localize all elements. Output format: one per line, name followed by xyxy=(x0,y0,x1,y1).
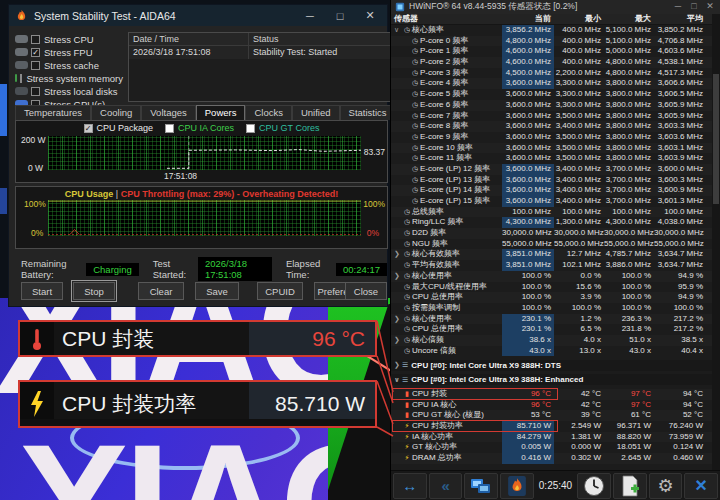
rewind-arrows-icon[interactable]: « xyxy=(429,473,463,499)
sensor-row[interactable]: ◷Ring/LLC 频率4,300.0 MHz1,300.0 MHz4,300.… xyxy=(391,217,712,228)
sensor-row[interactable]: ◷最大CPU/线程使用率100.0 %15.6 %100.0 %95.9 % xyxy=(391,282,712,293)
sensor-row[interactable]: ⚡IA 核心功率84.279 W1.381 W88.820 W73.959 W xyxy=(391,432,712,443)
sensor-row[interactable]: ▮CPU IA 核心96 °C42 °C97 °C94 °C xyxy=(391,400,712,411)
sensor-row[interactable]: ◷CPU 总使用率100.0 %3.9 %100.0 %94.9 % xyxy=(391,292,712,303)
checkbox[interactable] xyxy=(31,87,40,96)
sensor-name-cell: ◷E-core (LP) 14 频率 xyxy=(391,185,502,196)
checkbox[interactable] xyxy=(20,74,23,83)
sensor-row[interactable]: ◷NGU 频率55,000.0 MHz55,000.0 MHz55,000.0 … xyxy=(391,239,712,250)
tab-statistics[interactable]: Statistics xyxy=(340,105,396,120)
legend-cpu-package[interactable]: ✓CPU Package xyxy=(84,123,154,133)
sensor-row[interactable]: ◷E-core (LP) 13 频率3,600.0 MHz3,400.0 MHz… xyxy=(391,175,712,186)
swap-arrows-icon[interactable]: ↔ xyxy=(393,473,427,499)
sensor-row[interactable]: ❯◷核心使用率100.0 %0.0 %100.0 %94.9 % xyxy=(391,271,712,282)
report-add-icon[interactable] xyxy=(613,473,647,499)
sensor-row[interactable]: ◷D2D 频率30,000.0 MHz30,000.0 MHz30,000.0 … xyxy=(391,228,712,239)
sensor-max-value: 100.0 % xyxy=(604,271,654,282)
column-header-4[interactable]: 平均 xyxy=(654,14,706,24)
sensor-row[interactable]: ◷E-core 10 频率3,600.0 MHz3,500.0 MHz3,800… xyxy=(391,143,712,154)
scrollbar-thumb[interactable] xyxy=(713,74,719,204)
stress-option-stress-cpu[interactable]: Stress CPU xyxy=(15,33,123,45)
maximize-icon[interactable]: □ xyxy=(325,5,355,26)
sensor-row[interactable]: ❯◷核心倍频38.6 x4.0 x51.0 x38.5 x xyxy=(391,335,712,346)
clear-button[interactable]: Clear xyxy=(138,282,184,300)
sensor-row[interactable]: ◷Uncore 倍频43.0 x13.0 x43.0 x40.4 x xyxy=(391,346,712,357)
sensor-section-header[interactable]: ∨☰CPU [#0]: Intel Core Ultra X9 388H: En… xyxy=(391,374,712,385)
sensor-row[interactable]: ◷平均有效频率3,851.0 MHz102.1 MHz3,886.0 MHz3,… xyxy=(391,260,712,271)
stress-option-stress-local-disks[interactable]: Stress local disks xyxy=(15,85,123,97)
column-header-2[interactable]: 最小 xyxy=(554,14,604,24)
hwinfo-scrollbar[interactable] xyxy=(712,14,720,470)
sensor-min-value: 100.0 % xyxy=(554,303,604,314)
stress-option-stress-fpu[interactable]: ✓Stress FPU xyxy=(15,46,123,58)
legend-checkbox[interactable] xyxy=(165,124,174,133)
sensor-row[interactable]: ◷CPU 总使用率230.1 %6.5 %231.8 %217.2 % xyxy=(391,324,712,335)
sensor-row[interactable]: ❯◷核心使用率230.1 %1.2 %236.3 %217.2 % xyxy=(391,314,712,325)
tab-unified[interactable]: Unified xyxy=(292,105,340,120)
sensor-row[interactable]: ⚡GT 核心功率0.005 W0.000 W18.051 W0.124 W xyxy=(391,442,712,453)
legend-checkbox[interactable] xyxy=(246,124,255,133)
sensor-row[interactable]: ◷按需频率调制100.0 %100.0 %100.0 %100.0 % xyxy=(391,303,712,314)
sensor-row[interactable]: ◷P-core 3 频率4,500.0 MHz2,200.0 MHz4,800.… xyxy=(391,68,712,79)
close-icon[interactable]: ✕ xyxy=(702,0,718,13)
sensor-row[interactable]: ◷P-core 2 频率4,600.0 MHz400.0 MHz4,800.0 … xyxy=(391,57,712,68)
flame-icon[interactable] xyxy=(500,473,534,499)
sensor-section-header[interactable]: ❯☰CPU [#0]: Intel Core Ultra X9 388H: DT… xyxy=(391,360,712,371)
sensor-row[interactable]: ◷E-core (LP) 12 频率3,600.0 MHz3,400.0 MHz… xyxy=(391,164,712,175)
sensor-row[interactable]: ◷总线频率100.0 MHz100.0 MHz100.0 MHz100.0 MH… xyxy=(391,207,712,218)
sensor-row[interactable]: ⚡DRAM 总功率0.416 W0.302 W2.645 W0.460 W xyxy=(391,453,712,464)
chevron-right-icon[interactable]: ❯ xyxy=(394,361,402,369)
tab-cooling-fans[interactable]: Cooling Fans xyxy=(91,105,141,120)
sensors-icon[interactable] xyxy=(464,473,498,499)
gear-icon[interactable]: ⚙ xyxy=(649,473,683,499)
sensor-row[interactable]: ◷E-core 7 频率3,600.0 MHz3,500.0 MHz3,800.… xyxy=(391,111,712,122)
sensor-row[interactable]: ▮CPU 封装96 °C42 °C97 °C94 °C xyxy=(391,389,712,400)
cpuid-button[interactable]: CPUID xyxy=(257,282,303,300)
tab-temperatures[interactable]: Temperatures xyxy=(15,105,91,120)
stress-option-stress-system-memory[interactable]: Stress system memory xyxy=(15,72,123,84)
aida64-titlebar[interactable]: System Stability Test - AIDA64 ─ □ ✕ xyxy=(9,5,387,26)
start-button[interactable]: Start xyxy=(21,282,63,300)
close-icon[interactable]: ✕ xyxy=(355,5,385,26)
sensor-row[interactable]: ◷E-core 9 频率3,600.0 MHz3,500.0 MHz3,800.… xyxy=(391,132,712,143)
save-button[interactable]: Save xyxy=(195,282,239,300)
sensor-row[interactable]: ◷E-core 4 频率3,600.0 MHz3,300.0 MHz3,800.… xyxy=(391,78,712,89)
tab-clocks[interactable]: Clocks xyxy=(245,105,292,120)
stress-option-stress-cache[interactable]: Stress cache xyxy=(15,59,123,71)
sensor-row[interactable]: ◷E-core 11 频率3,600.0 MHz3,500.0 MHz3,800… xyxy=(391,153,712,164)
sensor-row[interactable]: ∨◷核心频率3,856.2 MHz400.0 MHz5,100.0 MHz3,8… xyxy=(391,25,712,36)
sensor-row[interactable]: ❯◷核心有效频率3,851.0 MHz12.7 MHz4,785.7 MHz3,… xyxy=(391,249,712,260)
stop-button[interactable]: Stop xyxy=(73,282,115,300)
sensor-row[interactable]: ◷E-core (LP) 14 频率3,600.0 MHz3,400.0 MHz… xyxy=(391,185,712,196)
checkbox[interactable]: ✓ xyxy=(31,48,40,57)
sensor-row[interactable]: ⚡CPU 封装功率85.710 W2.549 W96.371 W76.240 W xyxy=(391,421,712,432)
close-button[interactable]: Close xyxy=(345,282,387,300)
sensor-row[interactable]: ◷E-core 6 频率3,600.0 MHz3,300.0 MHz3,800.… xyxy=(391,100,712,111)
clock-icon[interactable] xyxy=(577,473,611,499)
clock-icon: ◷ xyxy=(410,36,420,47)
sensor-row[interactable]: ◷P-core 1 频率4,600.0 MHz400.0 MHz5,000.0 … xyxy=(391,46,712,57)
sensor-row[interactable]: ◷E-core 5 频率3,600.0 MHz3,300.0 MHz3,800.… xyxy=(391,89,712,100)
column-header-3[interactable]: 最大 xyxy=(604,14,654,24)
column-header-1[interactable]: 当前 xyxy=(502,14,554,24)
legend-cpu-ia-cores[interactable]: CPU IA Cores xyxy=(165,123,234,133)
log-table-row[interactable]: 2026/3/18 17:51:08 Stability Test: Start… xyxy=(129,46,393,59)
sensor-row[interactable]: ◷E-core (LP) 15 频率3,600.0 MHz3,400.0 MHz… xyxy=(391,196,712,207)
minimize-icon[interactable]: ─ xyxy=(295,5,325,26)
sensor-table-header[interactable]: 传感器当前最小最大平均 xyxy=(391,14,712,25)
legend-checkbox[interactable]: ✓ xyxy=(84,124,93,133)
sensor-row[interactable]: ▮CPU GT 核心 (核显)53 °C39 °C61 °C52 °C xyxy=(391,410,712,421)
close-icon[interactable]: × xyxy=(684,473,718,499)
tab-voltages[interactable]: Voltages xyxy=(141,105,195,120)
chevron-down-icon[interactable]: ∨ xyxy=(394,376,402,384)
minimize-icon[interactable]: ─ xyxy=(670,0,686,13)
sensor-row[interactable]: ◷P-core 0 频率4,800.0 MHz400.0 MHz5,100.0 … xyxy=(391,36,712,47)
hwinfo-titlebar[interactable]: HWiNFO® 64 v8.44-5935 传感器状态 [0.2%] ─ □ ✕ xyxy=(391,0,720,14)
sensor-row[interactable]: ◷E-core 8 频率3,600.0 MHz3,400.0 MHz3,800.… xyxy=(391,121,712,132)
legend-cpu-gt-cores[interactable]: CPU GT Cores xyxy=(246,123,319,133)
maximize-icon[interactable]: □ xyxy=(686,0,702,13)
column-header-0[interactable]: 传感器 xyxy=(391,14,502,24)
tab-powers[interactable]: Powers xyxy=(196,105,246,120)
checkbox[interactable] xyxy=(31,61,40,70)
checkbox[interactable] xyxy=(31,35,40,44)
